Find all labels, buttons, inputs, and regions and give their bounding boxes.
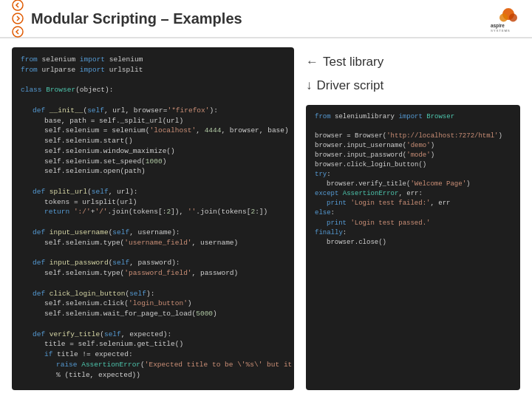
svg-point-1 [13, 13, 23, 24]
svg-point-5 [509, 13, 517, 21]
forward-icon[interactable] [12, 13, 24, 24]
driver-script-code: from seleniumlibrary import Browser brow… [306, 105, 520, 390]
test-library-label: Test library [323, 55, 383, 69]
page-title: Modular Scripting – Examples [31, 10, 461, 27]
driver-script-annotation: ↓ Driver script [306, 78, 520, 93]
svg-point-4 [499, 13, 508, 21]
navigation-arrows [12, 0, 24, 38]
svg-text:SYSTEMS: SYSTEMS [491, 29, 511, 32]
right-panel: ← Test library ↓ Driver script from sele… [306, 47, 520, 390]
aspire-logo: aspire SYSTEMS attention. always. [461, 6, 520, 32]
logo: aspire SYSTEMS attention. always. [461, 6, 520, 32]
svg-point-2 [13, 27, 23, 37]
svg-point-0 [13, 0, 23, 10]
home-icon[interactable] [12, 26, 24, 38]
driver-script-arrow: ↓ [306, 78, 313, 93]
driver-script-label: Driver script [317, 78, 384, 93]
test-library-arrow: ← [306, 55, 318, 69]
main-content: from selenium import selenium from urlpa… [0, 38, 532, 399]
header: Modular Scripting – Examples aspire SYST… [0, 0, 532, 38]
back-icon[interactable] [12, 0, 24, 11]
test-library-code: from selenium import selenium from urlpa… [12, 47, 294, 390]
svg-text:aspire: aspire [491, 22, 505, 28]
test-library-annotation: ← Test library [306, 55, 520, 69]
